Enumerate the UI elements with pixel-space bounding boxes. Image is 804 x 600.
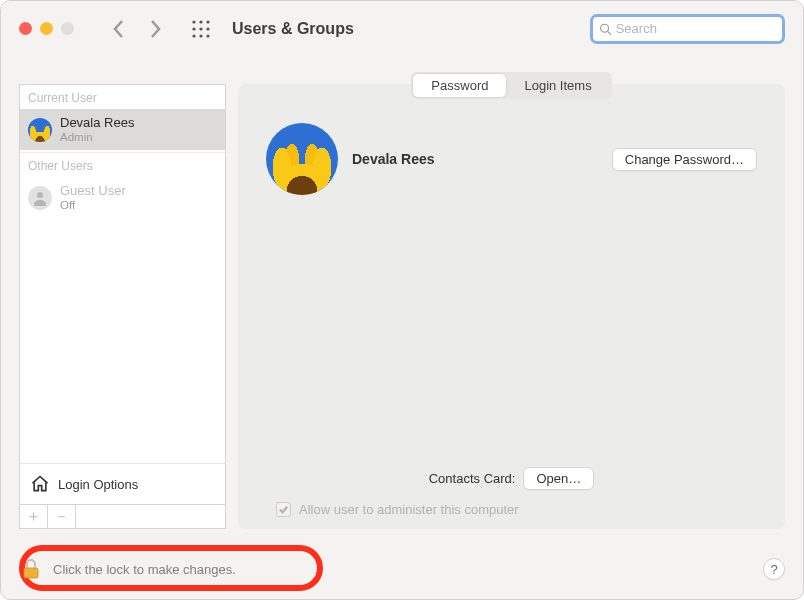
svg-point-11	[37, 192, 43, 198]
maximize-window-button	[61, 22, 74, 35]
footer: Click the lock to make changes. ?	[1, 539, 803, 599]
section-current-user: Current User	[20, 85, 225, 109]
main-panel: Password Login Items Devala Rees Change …	[238, 84, 785, 529]
svg-point-7	[199, 34, 202, 37]
remove-user-button: －	[48, 505, 76, 528]
minimize-window-button[interactable]	[40, 22, 53, 35]
svg-point-9	[601, 24, 609, 32]
check-icon	[278, 504, 289, 515]
user-list: Current User Devala Rees Admin Other Use…	[19, 84, 226, 505]
house-icon	[30, 474, 50, 494]
back-button[interactable]	[112, 19, 126, 39]
avatar	[28, 186, 52, 210]
toolbar: Users & Groups	[1, 1, 803, 56]
svg-point-3	[192, 27, 195, 30]
user-role: Admin	[60, 131, 134, 145]
help-button[interactable]: ?	[763, 558, 785, 580]
page-title: Users & Groups	[232, 20, 354, 38]
user-row-guest[interactable]: Guest User Off	[20, 177, 225, 218]
open-contacts-button[interactable]: Open…	[523, 467, 594, 490]
tab-login-items[interactable]: Login Items	[506, 74, 609, 97]
login-options-label: Login Options	[58, 477, 138, 492]
svg-line-10	[608, 31, 611, 34]
section-other-users: Other Users	[20, 153, 225, 177]
search-icon	[599, 22, 612, 36]
change-password-button[interactable]: Change Password…	[612, 148, 757, 171]
svg-point-0	[192, 20, 195, 23]
grid-icon[interactable]	[192, 20, 210, 38]
forward-button	[148, 19, 162, 39]
profile-avatar[interactable]	[266, 123, 338, 195]
lock-icon	[19, 557, 43, 581]
svg-point-1	[199, 20, 202, 23]
search-field[interactable]	[590, 14, 785, 44]
admin-checkbox-label: Allow user to administer this computer	[299, 502, 519, 517]
svg-point-8	[206, 34, 209, 37]
add-remove-bar: ＋ －	[19, 505, 226, 529]
user-name: Guest User	[60, 183, 126, 199]
tabs: Password Login Items	[238, 72, 785, 99]
user-row-current[interactable]: Devala Rees Admin	[20, 109, 225, 150]
sidebar: Current User Devala Rees Admin Other Use…	[19, 84, 226, 529]
svg-point-2	[206, 20, 209, 23]
add-user-button: ＋	[20, 505, 48, 528]
window-controls	[19, 22, 74, 35]
lock-text: Click the lock to make changes.	[53, 562, 236, 577]
contacts-card-label: Contacts Card:	[429, 471, 516, 486]
user-name: Devala Rees	[60, 115, 134, 131]
svg-point-4	[199, 27, 202, 30]
person-icon	[32, 190, 48, 206]
login-options-row[interactable]: Login Options	[20, 463, 225, 504]
profile-name: Devala Rees	[352, 151, 598, 167]
svg-point-5	[206, 27, 209, 30]
lock-area[interactable]: Click the lock to make changes.	[19, 557, 236, 581]
search-input[interactable]	[616, 21, 776, 36]
svg-point-6	[192, 34, 195, 37]
admin-checkbox	[276, 502, 291, 517]
svg-rect-12	[24, 568, 38, 578]
avatar	[28, 118, 52, 142]
user-status: Off	[60, 199, 126, 213]
close-window-button[interactable]	[19, 22, 32, 35]
tab-password[interactable]: Password	[413, 74, 506, 97]
